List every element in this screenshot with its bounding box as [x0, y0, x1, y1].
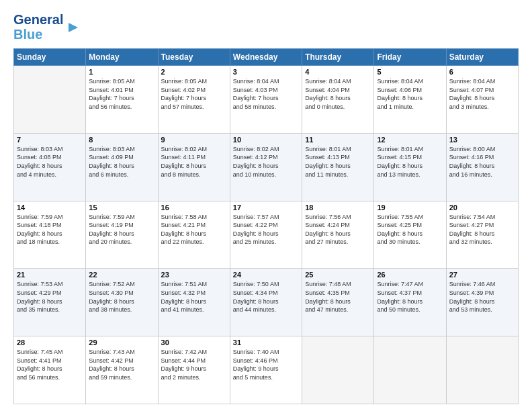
page: GeneralBlue SundayMondayTuesdayWednesday…	[0, 0, 532, 411]
calendar-cell: 17Sunrise: 7:57 AM Sunset: 4:22 PM Dayli…	[230, 201, 302, 269]
day-info: Sunrise: 7:45 AM Sunset: 4:41 PM Dayligh…	[17, 348, 83, 381]
day-info: Sunrise: 8:02 AM Sunset: 4:11 PM Dayligh…	[161, 145, 227, 179]
logo: GeneralBlue	[13, 12, 81, 42]
day-number: 7	[17, 136, 83, 144]
day-number: 21	[17, 271, 83, 279]
calendar-cell: 30Sunrise: 7:42 AM Sunset: 4:44 PM Dayli…	[158, 336, 230, 404]
day-number: 6	[449, 68, 515, 76]
day-number: 12	[377, 136, 443, 144]
weekday-header-wednesday: Wednesday	[230, 49, 302, 66]
calendar-week-row: 14Sunrise: 7:59 AM Sunset: 4:18 PM Dayli…	[14, 201, 519, 269]
day-number: 3	[233, 68, 299, 76]
day-number: 22	[89, 271, 154, 279]
calendar-cell: 4Sunrise: 8:04 AM Sunset: 4:04 PM Daylig…	[302, 66, 374, 134]
calendar-cell: 29Sunrise: 7:43 AM Sunset: 4:42 PM Dayli…	[86, 336, 158, 404]
day-info: Sunrise: 8:02 AM Sunset: 4:12 PM Dayligh…	[233, 145, 299, 179]
day-number: 4	[305, 68, 371, 76]
day-number: 28	[17, 338, 83, 347]
day-info: Sunrise: 7:58 AM Sunset: 4:21 PM Dayligh…	[161, 213, 227, 246]
calendar-cell: 16Sunrise: 7:58 AM Sunset: 4:21 PM Dayli…	[158, 201, 230, 269]
day-number: 24	[233, 271, 299, 279]
day-info: Sunrise: 8:04 AM Sunset: 4:04 PM Dayligh…	[305, 77, 371, 111]
calendar-week-row: 21Sunrise: 7:53 AM Sunset: 4:29 PM Dayli…	[14, 269, 519, 336]
day-number: 23	[161, 271, 227, 279]
day-number: 27	[449, 271, 515, 279]
calendar-cell: 7Sunrise: 8:03 AM Sunset: 4:08 PM Daylig…	[14, 133, 86, 201]
calendar-week-row: 1Sunrise: 8:05 AM Sunset: 4:01 PM Daylig…	[14, 66, 519, 134]
day-info: Sunrise: 7:53 AM Sunset: 4:29 PM Dayligh…	[17, 280, 83, 314]
day-info: Sunrise: 7:55 AM Sunset: 4:25 PM Dayligh…	[377, 213, 443, 246]
weekday-header-sunday: Sunday	[14, 49, 86, 66]
day-number: 2	[161, 68, 227, 76]
calendar-cell: 3Sunrise: 8:04 AM Sunset: 4:03 PM Daylig…	[230, 66, 302, 134]
day-info: Sunrise: 8:03 AM Sunset: 4:08 PM Dayligh…	[17, 145, 83, 179]
day-number: 16	[161, 203, 227, 212]
day-number: 29	[89, 338, 154, 347]
calendar-cell: 5Sunrise: 8:04 AM Sunset: 4:06 PM Daylig…	[374, 66, 446, 134]
calendar-cell: 24Sunrise: 7:50 AM Sunset: 4:34 PM Dayli…	[230, 269, 302, 336]
day-number: 17	[233, 203, 299, 212]
day-info: Sunrise: 7:56 AM Sunset: 4:24 PM Dayligh…	[305, 213, 371, 246]
logo-text: GeneralBlue	[13, 12, 63, 42]
day-number: 31	[233, 338, 299, 347]
day-info: Sunrise: 7:59 AM Sunset: 4:18 PM Dayligh…	[17, 213, 83, 246]
header: GeneralBlue	[13, 12, 519, 42]
day-info: Sunrise: 8:00 AM Sunset: 4:16 PM Dayligh…	[449, 145, 515, 179]
day-number: 19	[377, 203, 443, 212]
calendar-cell	[14, 66, 86, 134]
calendar-cell: 22Sunrise: 7:52 AM Sunset: 4:30 PM Dayli…	[86, 269, 158, 336]
weekday-header-monday: Monday	[86, 49, 158, 66]
day-number: 30	[161, 338, 227, 347]
day-info: Sunrise: 8:05 AM Sunset: 4:02 PM Dayligh…	[161, 77, 227, 111]
logo-arrow-icon	[66, 20, 81, 35]
calendar-cell: 27Sunrise: 7:46 AM Sunset: 4:39 PM Dayli…	[446, 269, 518, 336]
day-number: 20	[449, 203, 515, 212]
day-info: Sunrise: 7:52 AM Sunset: 4:30 PM Dayligh…	[89, 280, 154, 314]
calendar-cell: 26Sunrise: 7:47 AM Sunset: 4:37 PM Dayli…	[374, 269, 446, 336]
calendar-cell: 19Sunrise: 7:55 AM Sunset: 4:25 PM Dayli…	[374, 201, 446, 269]
day-info: Sunrise: 7:42 AM Sunset: 4:44 PM Dayligh…	[161, 348, 227, 381]
day-info: Sunrise: 7:40 AM Sunset: 4:46 PM Dayligh…	[233, 348, 299, 381]
day-info: Sunrise: 8:03 AM Sunset: 4:09 PM Dayligh…	[89, 145, 154, 179]
calendar-cell: 9Sunrise: 8:02 AM Sunset: 4:11 PM Daylig…	[158, 133, 230, 201]
day-info: Sunrise: 7:43 AM Sunset: 4:42 PM Dayligh…	[89, 348, 154, 381]
calendar-week-row: 28Sunrise: 7:45 AM Sunset: 4:41 PM Dayli…	[14, 336, 519, 404]
calendar-cell: 10Sunrise: 8:02 AM Sunset: 4:12 PM Dayli…	[230, 133, 302, 201]
day-number: 26	[377, 271, 443, 279]
day-info: Sunrise: 8:04 AM Sunset: 4:07 PM Dayligh…	[449, 77, 515, 111]
day-info: Sunrise: 7:57 AM Sunset: 4:22 PM Dayligh…	[233, 213, 299, 246]
day-number: 8	[89, 136, 154, 144]
day-info: Sunrise: 7:51 AM Sunset: 4:32 PM Dayligh…	[161, 280, 227, 314]
calendar-cell: 21Sunrise: 7:53 AM Sunset: 4:29 PM Dayli…	[14, 269, 86, 336]
calendar-cell: 12Sunrise: 8:01 AM Sunset: 4:15 PM Dayli…	[374, 133, 446, 201]
logo-text-blue: Blue	[13, 27, 42, 42]
day-info: Sunrise: 7:47 AM Sunset: 4:37 PM Dayligh…	[377, 280, 443, 314]
day-number: 5	[377, 68, 443, 76]
day-number: 11	[305, 136, 371, 144]
calendar-cell	[374, 336, 446, 404]
day-number: 15	[89, 203, 154, 212]
calendar-week-row: 7Sunrise: 8:03 AM Sunset: 4:08 PM Daylig…	[14, 133, 519, 201]
calendar-cell: 2Sunrise: 8:05 AM Sunset: 4:02 PM Daylig…	[158, 66, 230, 134]
calendar-cell: 18Sunrise: 7:56 AM Sunset: 4:24 PM Dayli…	[302, 201, 374, 269]
calendar-header-row: SundayMondayTuesdayWednesdayThursdayFrid…	[14, 49, 519, 66]
day-number: 14	[17, 203, 83, 212]
calendar-cell: 23Sunrise: 7:51 AM Sunset: 4:32 PM Dayli…	[158, 269, 230, 336]
day-number: 18	[305, 203, 371, 212]
calendar-cell: 1Sunrise: 8:05 AM Sunset: 4:01 PM Daylig…	[86, 66, 158, 134]
calendar-cell: 6Sunrise: 8:04 AM Sunset: 4:07 PM Daylig…	[446, 66, 518, 134]
calendar-cell: 13Sunrise: 8:00 AM Sunset: 4:16 PM Dayli…	[446, 133, 518, 201]
calendar-cell: 8Sunrise: 8:03 AM Sunset: 4:09 PM Daylig…	[86, 133, 158, 201]
day-info: Sunrise: 7:50 AM Sunset: 4:34 PM Dayligh…	[233, 280, 299, 314]
day-number: 13	[449, 136, 515, 144]
day-info: Sunrise: 8:04 AM Sunset: 4:06 PM Dayligh…	[377, 77, 443, 111]
day-info: Sunrise: 7:54 AM Sunset: 4:27 PM Dayligh…	[449, 213, 515, 246]
svg-marker-0	[69, 23, 78, 32]
day-info: Sunrise: 8:05 AM Sunset: 4:01 PM Dayligh…	[89, 77, 154, 111]
day-info: Sunrise: 7:46 AM Sunset: 4:39 PM Dayligh…	[449, 280, 515, 314]
day-info: Sunrise: 8:01 AM Sunset: 4:13 PM Dayligh…	[305, 145, 371, 179]
calendar-table: SundayMondayTuesdayWednesdayThursdayFrid…	[13, 48, 519, 404]
calendar-cell: 11Sunrise: 8:01 AM Sunset: 4:13 PM Dayli…	[302, 133, 374, 201]
day-info: Sunrise: 7:59 AM Sunset: 4:19 PM Dayligh…	[89, 213, 154, 246]
calendar-cell: 25Sunrise: 7:48 AM Sunset: 4:35 PM Dayli…	[302, 269, 374, 336]
